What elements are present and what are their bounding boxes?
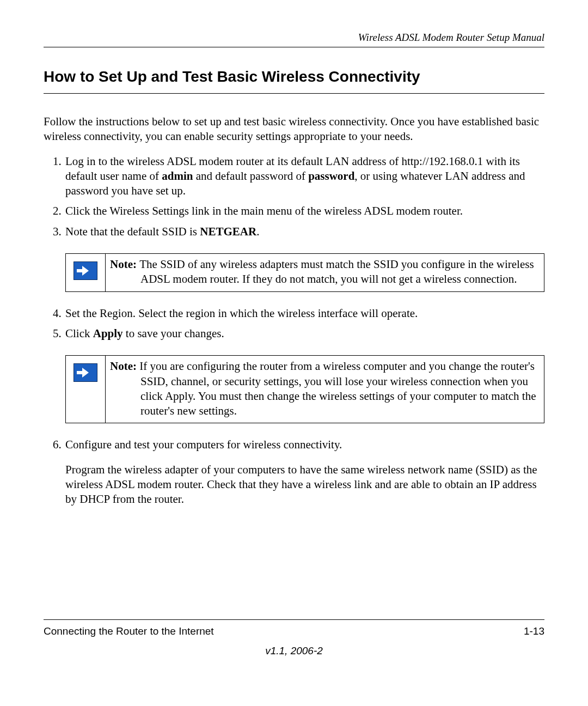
- step-3-text-post: .: [256, 225, 259, 238]
- note-box-1: Note: The SSID of any wireless adapters …: [65, 253, 544, 292]
- step-list-c: Configure and test your computers for wi…: [44, 437, 544, 507]
- step-3-text-pre: Note that the default SSID is: [65, 225, 200, 238]
- section-title: How to Set Up and Test Basic Wireless Co…: [44, 68, 544, 94]
- step-6: Configure and test your computers for wi…: [64, 437, 544, 507]
- step-5: Click Apply to save your changes. Note: …: [64, 326, 544, 423]
- note-2-body: If you are configuring the router from a…: [139, 360, 536, 417]
- step-6-line-b: Program the wireless adapter of your com…: [65, 462, 544, 507]
- footer-chapter: Connecting the Router to the Internet: [44, 625, 214, 637]
- step-1-bold-admin: admin: [162, 169, 193, 182]
- manual-title: Wireless ADSL Modem Router Setup Manual: [358, 32, 544, 43]
- note-2-label: Note:: [110, 360, 139, 373]
- intro-paragraph: Follow the instructions below to set up …: [44, 114, 544, 144]
- footer-rule: [44, 619, 544, 620]
- step-5-bold-apply: Apply: [93, 327, 123, 340]
- footer-page-number: 1-13: [524, 625, 544, 637]
- step-4: Set the Region. Select the region in whi…: [64, 306, 544, 321]
- step-5-text-post: to save your changes.: [123, 327, 224, 340]
- note-box-2: Note: If you are configuring the router …: [65, 355, 544, 423]
- footer-row: Connecting the Router to the Internet 1-…: [44, 625, 544, 637]
- note-1-label: Note:: [110, 258, 139, 271]
- note-2-text: Note: If you are configuring the router …: [106, 356, 544, 423]
- note-icon-cell: [66, 254, 106, 291]
- arrow-right-icon: [74, 261, 97, 280]
- note-icon-cell: [66, 356, 106, 423]
- step-1: Log in to the wireless ADSL modem router…: [64, 154, 544, 199]
- step-6-line-a: Configure and test your computers for wi…: [65, 438, 342, 451]
- footer-version: v1.1, 2006-2: [44, 645, 544, 657]
- step-1-text-mid: and default password of: [193, 169, 308, 182]
- arrow-right-icon: [74, 363, 97, 382]
- step-3: Note that the default SSID is NETGEAR. N…: [64, 224, 544, 292]
- page-footer: Connecting the Router to the Internet 1-…: [44, 619, 544, 657]
- document-header: Wireless ADSL Modem Router Setup Manual: [44, 32, 544, 47]
- step-5-text-pre: Click: [65, 327, 93, 340]
- page: Wireless ADSL Modem Router Setup Manual …: [0, 0, 588, 706]
- step-list-a: Log in to the wireless ADSL modem router…: [44, 154, 544, 292]
- note-1-text: Note: The SSID of any wireless adapters …: [106, 254, 544, 291]
- step-1-bold-password: password: [308, 169, 354, 182]
- step-3-bold-netgear: NETGEAR: [200, 225, 256, 238]
- step-list-b: Set the Region. Select the region in whi…: [44, 306, 544, 424]
- note-1-body: The SSID of any wireless adapters must m…: [139, 258, 534, 285]
- step-2: Click the Wireless Settings link in the …: [64, 204, 544, 218]
